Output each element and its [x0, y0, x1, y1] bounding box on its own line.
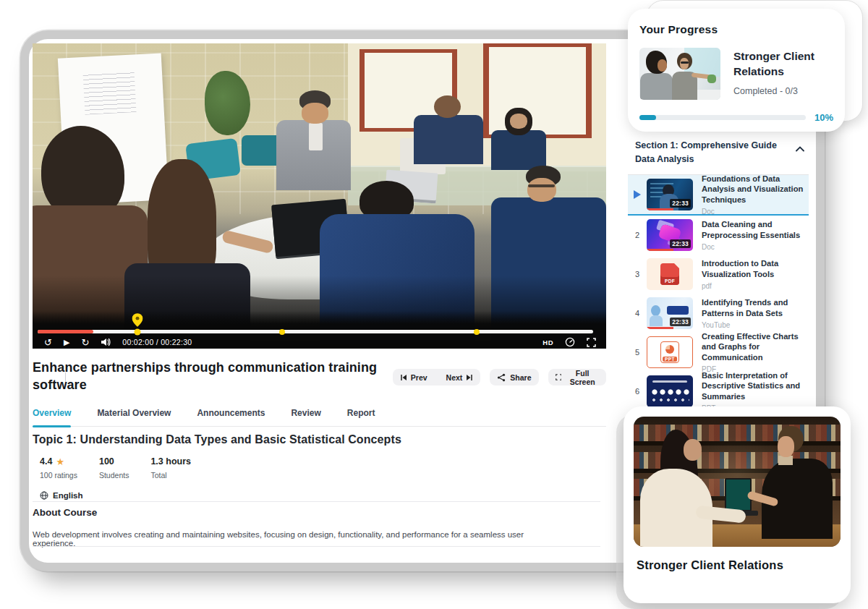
completed-count: Completed - 0/3	[733, 86, 833, 96]
tab[interactable]: Overview	[33, 405, 71, 426]
course-card-title: Stronger Client Relations	[637, 558, 838, 572]
about-heading: About Course	[33, 507, 606, 518]
lesson-type: YouTube	[702, 321, 809, 329]
duration-stat: 1.3 hours Total	[150, 456, 191, 480]
fullscreen-button[interactable]: Full Screen	[548, 369, 606, 386]
playlist-panel: Section 1: Comprehensive Guide Data Anal…	[628, 136, 809, 411]
chapter-marker-dot[interactable]	[474, 329, 480, 335]
lesson-thumbnail: 22:33	[647, 179, 693, 210]
video-player[interactable]: ↺ ▶ ↻ 00:02:00 / 00:22:30 HD	[33, 43, 606, 349]
lesson-thumbnail	[647, 375, 693, 407]
file-icon: PPT	[660, 341, 679, 363]
forward-icon[interactable]: ↻	[81, 338, 89, 347]
seek-bar[interactable]	[38, 330, 593, 333]
lesson-row[interactable]: 5 PPT Creating Effective Charts and Grap…	[628, 333, 809, 372]
skip-previous-icon	[400, 374, 407, 381]
prev-button[interactable]: Prev	[393, 369, 435, 386]
course-image	[634, 417, 841, 547]
lesson-number: 2	[635, 231, 639, 239]
section-header[interactable]: Section 1: Comprehensive Guide Data Anal…	[628, 136, 809, 175]
course-title: Enhance partnerships through communicati…	[33, 359, 393, 394]
duration-badge: 22:33	[670, 318, 691, 326]
tab-bar: Overview Material Overview Announcements…	[33, 405, 606, 427]
play-icon[interactable]: ▶	[64, 338, 69, 346]
progress-course-title: Stronger Client Relations	[733, 49, 833, 80]
page: ↺ ▶ ↻ 00:02:00 / 00:22:30 HD Enhance par…	[0, 0, 868, 609]
lesson-row[interactable]: 3 PDF Introduction to Data Visualization…	[628, 255, 809, 294]
rating-stat: 4.4★ 100 ratings	[40, 456, 77, 480]
lesson-thumbnail: PDF	[647, 258, 693, 290]
lesson-list: 1 22:33 Foundations of Data Analysis and…	[628, 175, 809, 411]
progress-heading: Your Progress	[639, 23, 833, 36]
lesson-title: Basic Interpretation of Descriptive Stat…	[702, 370, 809, 402]
chevron-up-icon[interactable]	[796, 146, 804, 152]
tab[interactable]: Review	[291, 405, 320, 426]
header-actions: Prev Next Share Full Screen	[393, 359, 606, 394]
lesson-thumbnail: 22:33	[647, 219, 693, 251]
prev-next-control: Prev Next	[393, 369, 481, 386]
progress-bar	[639, 115, 806, 120]
hd-quality-button[interactable]: HD	[542, 338, 553, 346]
section-title: Section 1: Comprehensive Guide Data Anal…	[635, 139, 790, 167]
fullscreen-corners-icon	[556, 373, 562, 381]
share-button[interactable]: Share	[490, 369, 538, 386]
lesson-type: Doc	[702, 208, 809, 216]
tab[interactable]: Material Overview	[97, 405, 171, 426]
bookmark-pin-dot	[135, 328, 141, 335]
skip-next-icon	[466, 374, 473, 381]
chapter-marker-dot[interactable]	[279, 329, 285, 335]
player-controls: ↺ ▶ ↻ 00:02:00 / 00:22:30 HD	[44, 336, 596, 348]
lesson-type: Doc	[702, 243, 809, 251]
replay-icon[interactable]: ↺	[44, 338, 52, 347]
file-icon: PDF	[660, 263, 679, 285]
course-card[interactable]: Stronger Client Relations	[624, 406, 851, 603]
playback-speed-icon[interactable]	[565, 337, 575, 347]
progress-percent: 10%	[814, 112, 833, 123]
lesson-title: Creating Effective Charts and Graphs for…	[702, 331, 809, 363]
course-stats: 4.4★ 100 ratings 100 Students 1.3 hours …	[33, 456, 606, 480]
language-row: English	[33, 491, 606, 500]
volume-icon[interactable]	[101, 338, 111, 346]
lesson-type: pdf	[702, 282, 809, 290]
lesson-number: 3	[635, 270, 639, 278]
lesson-number: 5	[635, 348, 639, 357]
video-still-image	[33, 43, 606, 349]
star-icon: ★	[56, 457, 64, 467]
lesson-row[interactable]: 1 22:33 Foundations of Data Analysis and…	[628, 175, 809, 216]
lesson-number: 4	[635, 309, 639, 318]
progress-card: Your Progress Stronger Client Relations …	[628, 9, 845, 132]
lesson-title: Identifying Trends and Patterns in Data …	[702, 297, 809, 319]
progress-thumbnail-image	[639, 48, 720, 100]
duration-badge: 22:33	[670, 199, 691, 208]
lesson-thumbnail: PPT	[647, 336, 693, 368]
seek-watched-fill	[38, 330, 93, 333]
next-button[interactable]: Next	[439, 369, 481, 386]
about-text: Web development involves creating and ma…	[33, 530, 539, 548]
lesson-number: 6	[635, 387, 639, 396]
lesson-row[interactable]: 6 Basic Interpretation of Descriptive St…	[628, 372, 809, 411]
now-playing-icon	[634, 190, 641, 199]
lesson-row[interactable]: 4 22:33 Identifying Trends and Patterns …	[628, 294, 809, 333]
lesson-title: Foundations of Data Analysis and Visuali…	[702, 174, 809, 205]
lesson-title: Data Cleaning and Preprocessing Essentia…	[702, 219, 809, 241]
tab[interactable]: Announcements	[197, 405, 265, 426]
progress-bar-fill	[639, 115, 656, 120]
globe-icon	[40, 491, 48, 500]
lesson-row[interactable]: 2 22:33 Data Cleaning and Preprocessing …	[628, 216, 809, 255]
bookmark-pin-icon[interactable]	[132, 313, 143, 327]
duration-badge: 22:33	[670, 239, 691, 248]
students-stat: 100 Students	[99, 456, 129, 480]
share-icon	[497, 373, 506, 382]
lesson-thumbnail: 22:33	[647, 297, 693, 329]
lesson-title: Introduction to Data Visualization Tools	[702, 258, 809, 280]
topic-heading: Topic 1: Understanding Data Types and Ba…	[33, 433, 606, 446]
tab[interactable]: Report	[347, 405, 375, 426]
time-display: 00:02:00 / 00:22:30	[122, 338, 192, 346]
fullscreen-icon[interactable]	[587, 338, 596, 347]
